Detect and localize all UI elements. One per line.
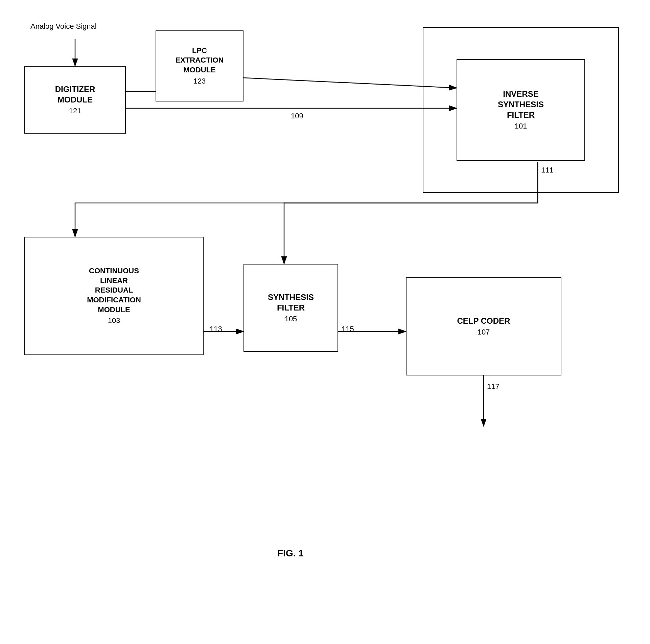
label-111: 111 xyxy=(541,166,554,175)
synthesis-number: 105 xyxy=(285,314,297,324)
celp-box: CELP CODER 107 xyxy=(406,277,561,375)
celp-label: CELP CODER xyxy=(457,316,510,326)
celp-number: 107 xyxy=(478,327,490,337)
digitizer-label: DIGITIZER MODULE xyxy=(55,84,95,105)
synthesis-label: SYNTHESIS FILTER xyxy=(268,292,314,313)
inverse-synthesis-box: INVERSE SYNTHESIS FILTER 101 xyxy=(457,59,585,161)
lpc-box: LPC EXTRACTION MODULE 123 xyxy=(156,30,243,101)
clrm-number: 103 xyxy=(108,316,120,326)
label-113: 113 xyxy=(210,325,222,334)
inverse-synthesis-number: 101 xyxy=(515,121,527,131)
digitizer-box: DIGITIZER MODULE 121 xyxy=(24,66,126,134)
diagram: Analog Voice Signal DIGITIZER MODULE 121… xyxy=(0,0,650,644)
clrm-box: CONTINUOUS LINEAR RESIDUAL MODIFICATION … xyxy=(24,237,204,355)
digitizer-number: 121 xyxy=(69,106,82,116)
lpc-label: LPC EXTRACTION MODULE xyxy=(176,46,224,75)
figure-label: FIG. 1 xyxy=(277,548,304,559)
label-109: 109 xyxy=(291,112,303,120)
clrm-label: CONTINUOUS LINEAR RESIDUAL MODIFICATION … xyxy=(87,266,141,315)
inverse-synthesis-label: INVERSE SYNTHESIS FILTER xyxy=(498,89,544,120)
lpc-number: 123 xyxy=(193,76,206,86)
label-115: 115 xyxy=(342,325,354,334)
analog-voice-label: Analog Voice Signal xyxy=(30,22,97,31)
label-117: 117 xyxy=(487,382,500,391)
synthesis-box: SYNTHESIS FILTER 105 xyxy=(243,264,338,352)
